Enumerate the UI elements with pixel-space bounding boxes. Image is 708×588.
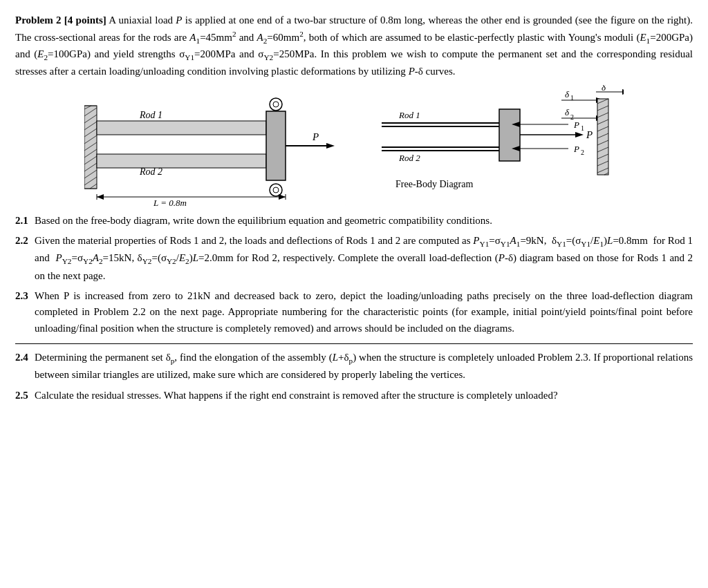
subproblem-2-4-content: Determining the permanent set δp, find t… [35,350,693,383]
svg-text:L = 0.8m: L = 0.8m [153,198,187,206]
subproblem-2-1-content: Based on the free-body diagram, write do… [35,213,693,229]
svg-marker-74 [575,132,584,137]
svg-text:Free-Body Diagram: Free-Body Diagram [395,179,473,189]
svg-text:1: 1 [581,124,584,132]
subproblem-2-2-label: 2.2 [15,233,35,284]
free-body-diagram: δ 1 δ Rod 1 δ 2 Rod 2 [361,85,624,206]
subproblem-2-3-content: When P is increased from zero to 21kN an… [35,288,693,336]
subproblem-2-2-content: Given the material properties of Rods 1 … [35,233,693,284]
svg-point-23 [273,102,279,107]
structural-diagram: Rod 1 Rod 2 P L = 0.8m [84,85,354,206]
svg-rect-20 [266,111,286,180]
subproblem-2-3-label: 2.3 [15,288,35,336]
svg-text:2: 2 [581,149,584,156]
svg-text:P: P [573,144,579,154]
svg-marker-31 [97,194,104,200]
section-divider [15,343,693,344]
problem-title: Problem 2 [4 points] [15,15,106,26]
subproblem-2-5: 2.5 Calculate the residual stresses. Wha… [15,388,693,404]
svg-marker-26 [326,143,335,149]
svg-rect-17 [97,154,266,168]
svg-text:δ: δ [565,89,570,99]
svg-rect-0 [84,106,97,189]
svg-rect-51 [499,109,520,161]
subproblem-2-5-label: 2.5 [15,388,35,404]
subproblem-2-1: 2.1 Based on the free-body diagram, writ… [15,213,693,229]
svg-text:δ: δ [602,85,606,93]
problem-header: Problem 2 [4 points] A uniaxial load P i… [15,12,693,79]
svg-text:Rod 2: Rod 2 [139,167,162,177]
subproblem-2-4-label: 2.4 [15,350,35,383]
svg-point-24 [273,187,279,193]
svg-text:Rod 1: Rod 1 [398,110,420,120]
svg-text:1: 1 [570,94,574,102]
svg-text:δ: δ [565,107,570,117]
svg-text:Rod 1: Rod 1 [139,110,162,120]
svg-text:P: P [586,129,593,140]
svg-marker-32 [279,194,286,200]
subproblem-2-1-label: 2.1 [15,213,35,229]
svg-text:Rod 2: Rod 2 [398,153,420,163]
diagram-area: Rod 1 Rod 2 P L = 0.8m [15,85,693,206]
svg-text:P: P [312,131,319,142]
svg-marker-39 [622,89,624,95]
svg-rect-16 [97,121,266,135]
subproblem-2-5-content: Calculate the residual stresses. What ha… [35,388,693,404]
subproblem-2-4: 2.4 Determining the permanent set δp, fi… [15,350,693,383]
subproblem-2-3: 2.3 When P is increased from zero to 21k… [15,288,693,336]
svg-text:P: P [573,120,579,130]
subproblem-2-2: 2.2 Given the material properties of Rod… [15,233,693,284]
